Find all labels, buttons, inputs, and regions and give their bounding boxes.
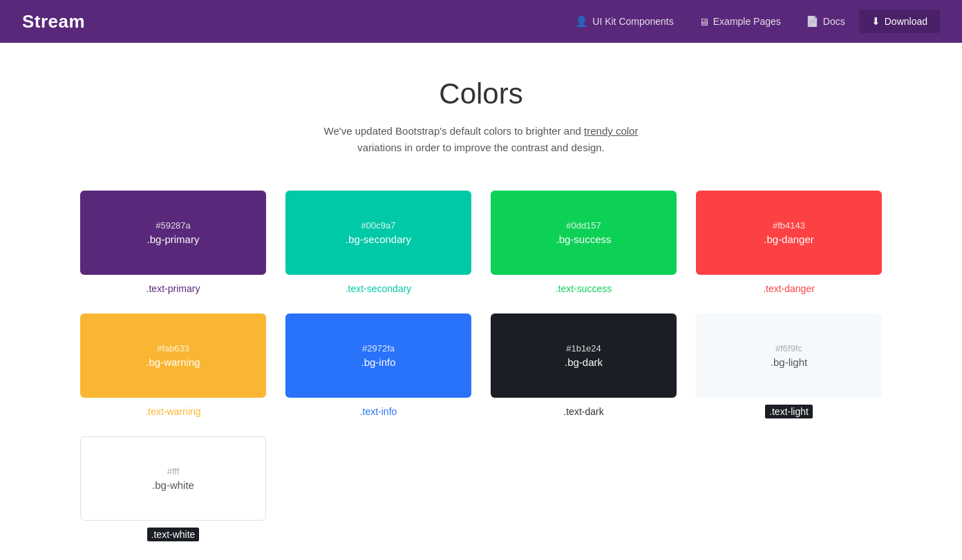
class-info: .bg-info	[361, 356, 395, 368]
page-description: We've updated Bootstrap's default colors…	[80, 123, 882, 156]
color-card-warning: #fab633 .bg-warning	[80, 313, 266, 398]
color-item-light: #f6f9fc .bg-light .text-light	[696, 313, 882, 417]
nav-docs-label: Docs	[823, 16, 845, 27]
color-item-success: #0dd157 .bg-success .text-success	[491, 191, 677, 294]
nav-ui-kit-label: UI Kit Components	[592, 16, 674, 27]
text-label-white: .text-white	[147, 529, 200, 540]
color-card-primary: #59287a .bg-primary	[80, 191, 266, 275]
class-dark: .bg-dark	[565, 356, 603, 368]
hex-white: #fff	[167, 466, 180, 476]
page-title: Colors	[80, 77, 882, 110]
text-label-secondary: .text-secondary	[346, 283, 412, 294]
hex-danger: #fb4143	[773, 220, 805, 231]
color-card-info: #2972fa .bg-info	[285, 313, 471, 398]
nav-ui-kit[interactable]: 👤 UI Kit Components	[564, 10, 685, 33]
hex-primary: #59287a	[155, 220, 191, 231]
text-label-primary: .text-primary	[147, 283, 200, 294]
color-card-light: #f6f9fc .bg-light	[696, 313, 882, 398]
text-label-dark: .text-dark	[563, 406, 603, 417]
color-item-danger: #fb4143 .bg-danger .text-danger	[696, 191, 882, 294]
download-icon: ⬇	[871, 15, 880, 28]
class-danger: .bg-danger	[764, 233, 814, 245]
color-card-secondary: #00c9a7 .bg-secondary	[285, 191, 471, 275]
docs-icon: 📄	[806, 15, 819, 28]
class-primary: .bg-primary	[147, 233, 200, 245]
text-label-danger: .text-danger	[763, 283, 815, 294]
color-item-white: #fff .bg-white .text-white	[80, 436, 266, 540]
nav-docs[interactable]: 📄 Docs	[795, 10, 856, 33]
text-label-light: .text-light	[765, 406, 813, 417]
hex-secondary: #00c9a7	[361, 220, 396, 231]
color-item-dark: #1b1e24 .bg-dark .text-dark	[491, 313, 677, 417]
text-label-light-highlight: .text-light	[765, 405, 813, 418]
brand-logo[interactable]: Stream	[22, 11, 85, 32]
text-label-warning: .text-warning	[145, 406, 200, 417]
class-light: .bg-light	[771, 356, 807, 368]
hex-light: #f6f9fc	[775, 343, 802, 354]
color-card-success: #0dd157 .bg-success	[491, 191, 677, 275]
color-item-primary: #59287a .bg-primary .text-primary	[80, 191, 266, 294]
hex-dark: #1b1e24	[566, 343, 601, 354]
underline-text: trendy color	[584, 125, 638, 137]
color-grid-row2: #fab633 .bg-warning .text-warning #2972f…	[80, 313, 882, 417]
color-card-dark: #1b1e24 .bg-dark	[491, 313, 677, 398]
download-button[interactable]: ⬇ Download	[859, 10, 940, 33]
main-content: Colors We've updated Bootstrap's default…	[66, 43, 896, 560]
class-secondary: .bg-secondary	[346, 233, 411, 245]
text-label-info: .text-info	[360, 406, 397, 417]
example-pages-icon: 🖥	[699, 16, 709, 28]
nav-links: 👤 UI Kit Components 🖥 Example Pages 📄 Do…	[564, 10, 940, 33]
navbar: Stream 👤 UI Kit Components 🖥 Example Pag…	[0, 0, 962, 43]
download-label: Download	[885, 16, 927, 27]
hex-success: #0dd157	[566, 220, 601, 231]
class-success: .bg-success	[556, 233, 611, 245]
ui-kit-icon: 👤	[575, 15, 588, 28]
text-label-white-highlight: .text-white	[147, 528, 200, 541]
color-item-warning: #fab633 .bg-warning .text-warning	[80, 313, 266, 417]
color-item-secondary: #00c9a7 .bg-secondary .text-secondary	[285, 191, 471, 294]
nav-example-pages[interactable]: 🖥 Example Pages	[688, 10, 792, 33]
color-grid-row3: #fff .bg-white .text-white	[80, 436, 882, 540]
color-card-danger: #fb4143 .bg-danger	[696, 191, 882, 275]
color-item-info: #2972fa .bg-info .text-info	[285, 313, 471, 417]
hex-info: #2972fa	[362, 343, 395, 354]
color-card-white: #fff .bg-white	[80, 436, 266, 521]
class-warning: .bg-warning	[146, 356, 200, 368]
class-white: .bg-white	[152, 479, 194, 491]
text-label-success: .text-success	[556, 283, 612, 294]
nav-example-pages-label: Example Pages	[713, 16, 781, 27]
hex-warning: #fab633	[157, 343, 189, 354]
color-grid-row1: #59287a .bg-primary .text-primary #00c9a…	[80, 191, 882, 294]
